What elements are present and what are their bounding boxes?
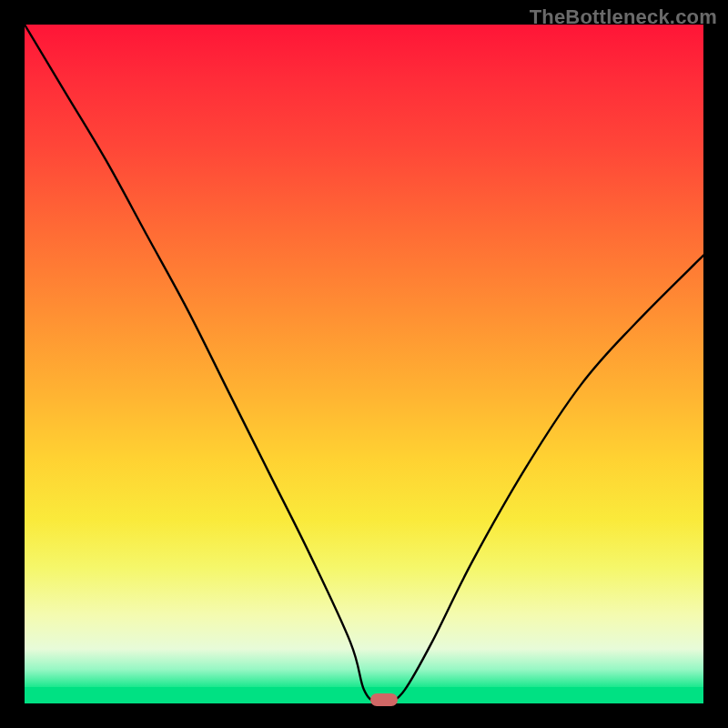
chart-frame: TheBottleneck.com <box>0 0 728 728</box>
plot-area <box>25 25 703 703</box>
bottleneck-curve <box>25 25 703 703</box>
watermark-text: TheBottleneck.com <box>530 5 717 29</box>
optimal-point-marker <box>370 693 398 706</box>
